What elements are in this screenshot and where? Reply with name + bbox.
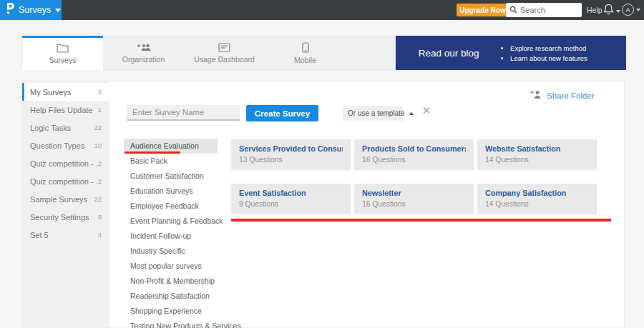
category-label: Basic Pack <box>130 156 167 165</box>
sidebar-folder-item[interactable]: Quiz competition - ... 2 <box>22 172 109 190</box>
template-category-item[interactable]: Incident Follow-up <box>124 229 218 244</box>
template-card[interactable]: Company Satisfaction 14 Questions <box>477 184 597 214</box>
account-menu[interactable]: A <box>622 4 640 16</box>
template-question-count: 16 Questions <box>362 200 466 208</box>
content-panel: My Surveys 2 Help Files Update 1 Logic T… <box>21 81 625 328</box>
search-input[interactable] <box>520 6 577 14</box>
template-category-item[interactable]: Basic Pack <box>124 154 218 169</box>
sidebar-folder-item[interactable]: My Surveys 2 <box>22 83 109 101</box>
close-icon[interactable]: ✕ <box>420 104 433 117</box>
search-icon <box>509 4 517 16</box>
template-category-item[interactable]: Non-Profit & Membership <box>124 274 218 289</box>
template-title: Services Provided to Consumers <box>239 144 343 153</box>
folder-label: Quiz competition - ... <box>30 159 98 168</box>
app-root: Surveys Upgrade Now Help A <box>0 0 644 328</box>
help-link[interactable]: Help <box>587 6 602 14</box>
dashboard-icon <box>218 43 230 52</box>
category-label: Readership Satisfaction <box>130 292 210 300</box>
folder-count: 22 <box>94 124 102 131</box>
app-name: Surveys <box>19 5 51 15</box>
mobile-icon <box>302 42 309 53</box>
folder-label: Help Files Update <box>30 106 92 114</box>
template-title: Website Satisfaction <box>485 144 589 153</box>
app-switcher[interactable]: Surveys <box>0 0 62 20</box>
sidebar-folder-item[interactable]: Sample Surveys 22 <box>22 190 109 208</box>
template-card[interactable]: Services Provided to Consumers 13 Questi… <box>231 139 351 170</box>
sidebar-folder-item[interactable]: Security Settings 9 <box>22 208 109 226</box>
survey-name-input[interactable] <box>127 105 240 121</box>
top-bar: Surveys Upgrade Now Help A <box>0 0 644 20</box>
template-question-count: 14 Questions <box>485 156 589 164</box>
category-label: Education Surveys <box>130 187 193 195</box>
template-category-item[interactable]: Customer Satisfaction <box>124 169 218 184</box>
sidebar-folder-item[interactable]: Set 5 4 <box>22 226 109 244</box>
category-label: Industry Specific <box>130 247 185 255</box>
tab-mobile[interactable]: Mobile <box>265 36 346 69</box>
template-card[interactable]: Products Sold to Consumers 16 Questions <box>354 139 474 170</box>
category-label: Customer Satisfaction <box>130 172 204 180</box>
template-category-item[interactable]: Most popular surveys <box>124 259 218 274</box>
share-person-add-icon <box>530 89 542 102</box>
template-category-item[interactable]: Shopping Experience <box>124 304 218 319</box>
category-label: Shopping Experience <box>130 307 202 315</box>
folder-label: Security Settings <box>30 213 89 222</box>
tab-organization[interactable]: Organization <box>103 36 184 69</box>
folder-icon <box>57 44 69 53</box>
sidebar-folder-item[interactable]: Logic Tasks 22 <box>22 119 109 136</box>
account-caret-icon <box>636 9 640 11</box>
brand-logo-icon <box>5 3 14 17</box>
template-category-item[interactable]: Readership Satisfaction <box>124 289 218 304</box>
folder-label: Logic Tasks <box>30 124 71 132</box>
template-question-count: 14 Questions <box>485 200 589 208</box>
template-title: Company Satisfaction <box>485 189 589 197</box>
folder-count: 2 <box>98 159 102 167</box>
app-switcher-caret-icon <box>55 9 61 12</box>
sidebar-folder-item[interactable]: Quiz competition - ... 2 <box>22 154 109 172</box>
category-label: Audience Evaluation <box>130 141 199 150</box>
category-label: Event Planning & Feedback <box>130 217 223 225</box>
template-question-count: 13 Questions <box>239 156 343 164</box>
tab-label: Organization <box>122 55 165 64</box>
template-dropdown[interactable]: Or use a template <box>343 106 403 121</box>
sidebar-folder-item[interactable]: Help Files Update 1 <box>22 101 109 119</box>
tab-surveys[interactable]: Surveys <box>22 36 103 70</box>
template-dropdown-label: Or use a template <box>348 109 404 117</box>
people-add-icon <box>137 43 151 52</box>
template-category-item[interactable]: Industry Specific <box>124 244 218 259</box>
upgrade-now-button[interactable]: Upgrade Now <box>457 4 509 16</box>
template-category-list: Audience Evaluation Basic Pack Customer … <box>124 139 218 328</box>
bell-icon <box>603 4 614 19</box>
folder-count: 4 <box>98 231 102 239</box>
template-card[interactable]: Event Satisfaction 9 Questions <box>231 184 351 214</box>
share-folder-button[interactable]: Share Folder <box>530 89 594 102</box>
tab-usage-dashboard[interactable]: Usage Dashboard <box>184 36 265 69</box>
template-title: Products Sold to Consumers <box>362 144 466 153</box>
template-question-count: 16 Questions <box>362 156 466 164</box>
annotation-underline-category <box>125 151 180 154</box>
banner-bullet: Learn about new features <box>510 54 587 62</box>
template-category-item[interactable]: Testing New Products & Services <box>124 319 218 328</box>
banner-title: Read our blog <box>396 48 502 59</box>
category-label: Employee Feedback <box>130 202 199 210</box>
search-box[interactable] <box>506 3 582 17</box>
share-folder-label: Share Folder <box>547 91 594 100</box>
template-question-count: 9 Questions <box>239 200 343 208</box>
template-category-item[interactable]: Education Surveys <box>124 184 218 199</box>
template-card[interactable]: Website Satisfaction 14 Questions <box>477 139 597 170</box>
template-cards-grid: Services Provided to Consumers 13 Questi… <box>231 139 611 214</box>
create-survey-button[interactable]: Create Survey <box>246 105 318 121</box>
category-label: Incident Follow-up <box>130 232 191 240</box>
category-label: Most popular surveys <box>130 262 202 270</box>
folder-count: 10 <box>94 141 102 149</box>
read-our-blog-banner[interactable]: Read our blog Explore research method Le… <box>396 36 626 70</box>
notifications-menu[interactable] <box>603 4 620 19</box>
sidebar-folder-item[interactable]: Question Types 10 <box>22 136 109 154</box>
folder-count: 22 <box>94 195 102 203</box>
template-category-item[interactable]: Employee Feedback <box>124 199 218 214</box>
folder-count: 1 <box>98 106 102 114</box>
template-category-item[interactable]: Event Planning & Feedback <box>124 214 218 229</box>
folder-label: Sample Surveys <box>30 195 87 204</box>
template-card[interactable]: Newsletter 16 Questions <box>354 184 474 214</box>
tab-label: Mobile <box>294 56 316 64</box>
annotation-underline-cards <box>231 219 611 222</box>
